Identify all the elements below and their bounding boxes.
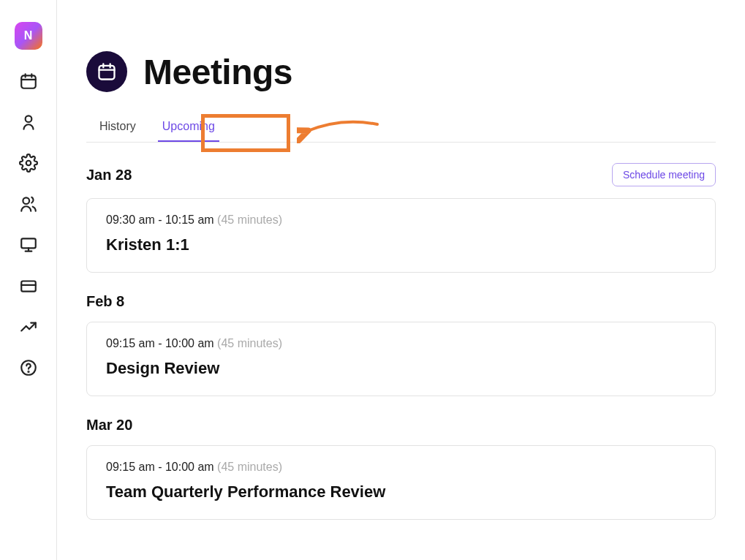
svg-point-3 (23, 197, 29, 204)
svg-rect-8 (99, 66, 115, 80)
credit-card-icon[interactable] (19, 276, 38, 295)
svg-point-2 (26, 161, 31, 166)
tab-history[interactable]: History (86, 113, 149, 142)
meeting-card[interactable]: 09:30 am - 10:15 am (45 minutes) Kristen… (86, 198, 716, 273)
meeting-title: Team Quarterly Performance Review (106, 483, 696, 502)
day-header: Feb 8 (86, 293, 716, 310)
svg-rect-0 (21, 75, 36, 88)
main-content: Meetings History Upcoming Jan 28 Schedul… (57, 0, 745, 560)
meeting-time-row: 09:15 am - 10:00 am (45 minutes) (106, 461, 696, 474)
nav-icon-list (19, 72, 38, 377)
day-date: Mar 20 (86, 417, 132, 434)
day-date: Feb 8 (86, 293, 124, 310)
meeting-time: 09:15 am - 10:00 am (106, 337, 214, 349)
day-section: Feb 8 09:15 am - 10:00 am (45 minutes) D… (86, 293, 716, 396)
meeting-title: Kristen 1:1 (106, 235, 696, 254)
calendar-icon[interactable] (19, 72, 38, 91)
meeting-time: 09:15 am - 10:00 am (106, 461, 214, 473)
day-header: Jan 28 Schedule meeting (86, 163, 716, 186)
svg-point-7 (28, 371, 29, 372)
page-header: Meetings (86, 51, 716, 92)
meeting-duration: (45 minutes) (217, 337, 282, 349)
meeting-title: Design Review (106, 359, 696, 378)
day-section: Jan 28 Schedule meeting 09:30 am - 10:15… (86, 163, 716, 273)
schedule-meeting-button[interactable]: Schedule meeting (612, 163, 716, 186)
meeting-time-row: 09:30 am - 10:15 am (45 minutes) (106, 213, 696, 227)
logo-text: N (24, 29, 33, 42)
trending-up-icon[interactable] (19, 317, 38, 336)
help-icon[interactable] (19, 358, 38, 377)
page-title: Meetings (143, 52, 292, 92)
tabs: History Upcoming (86, 113, 716, 143)
meeting-card[interactable]: 09:15 am - 10:00 am (45 minutes) Design … (86, 322, 716, 396)
day-header: Mar 20 (86, 417, 716, 434)
person-icon[interactable] (19, 113, 38, 132)
meeting-duration: (45 minutes) (217, 461, 282, 473)
day-section: Mar 20 09:15 am - 10:00 am (45 minutes) … (86, 417, 716, 520)
day-date: Jan 28 (86, 167, 132, 183)
monitor-icon[interactable] (19, 235, 38, 254)
page-calendar-icon (86, 51, 127, 92)
gear-icon[interactable] (19, 154, 38, 173)
people-icon[interactable] (19, 194, 38, 213)
meeting-duration: (45 minutes) (217, 213, 282, 226)
svg-point-1 (25, 116, 31, 122)
tab-upcoming[interactable]: Upcoming (149, 113, 228, 142)
svg-rect-4 (21, 238, 36, 248)
sidebar: N (0, 0, 57, 560)
meeting-card[interactable]: 09:15 am - 10:00 am (45 minutes) Team Qu… (86, 445, 716, 520)
meeting-time: 09:30 am - 10:15 am (106, 213, 214, 226)
meeting-time-row: 09:15 am - 10:00 am (45 minutes) (106, 337, 696, 350)
app-logo[interactable]: N (15, 22, 42, 50)
svg-rect-5 (21, 281, 36, 292)
